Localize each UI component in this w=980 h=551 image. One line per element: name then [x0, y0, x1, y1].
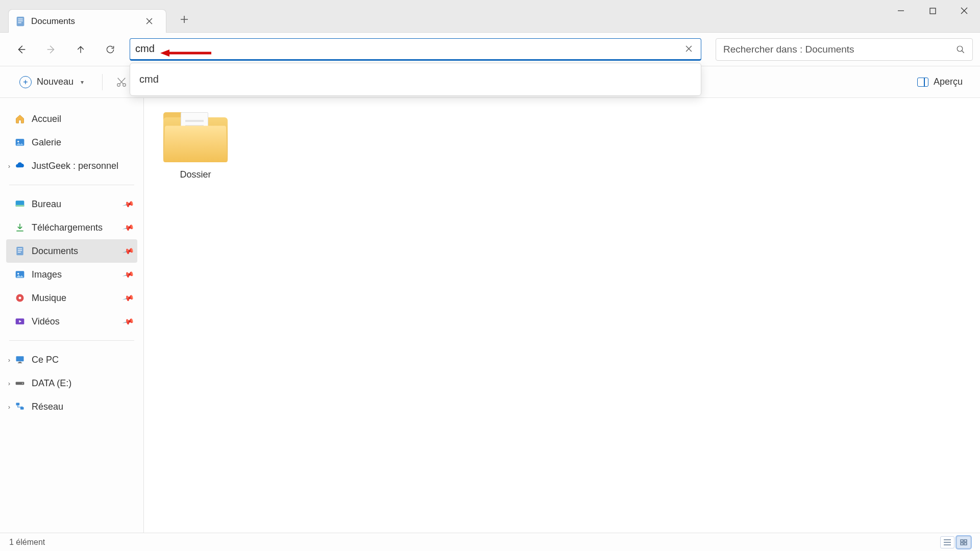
svg-rect-2 [18, 20, 22, 21]
address-suggestions: cmd [130, 63, 701, 96]
large-icons-view-button[interactable] [957, 536, 971, 548]
search-placeholder: Rechercher dans : Documents [723, 44, 956, 55]
svg-point-21 [17, 273, 19, 274]
plus-circle-icon: + [19, 76, 32, 88]
back-button[interactable] [12, 40, 31, 59]
sidebar-item-label: Bureau [32, 199, 61, 210]
sidebar-item-label: Documents [32, 246, 78, 257]
details-view-button[interactable] [940, 536, 954, 548]
pin-icon[interactable]: 📌 [122, 221, 135, 234]
toolbar-separator [102, 74, 103, 90]
chevron-right-icon[interactable]: › [4, 403, 14, 411]
svg-rect-1 [18, 18, 22, 19]
onedrive-icon [14, 160, 26, 171]
refresh-button[interactable] [101, 40, 119, 59]
svg-rect-30 [16, 403, 20, 406]
sidebar: Accueil Galerie › JustGeek : personnel [0, 98, 144, 533]
new-button[interactable]: + Nouveau ▾ [12, 72, 91, 92]
sidebar-item-label: Musique [32, 293, 66, 304]
sidebar-item-label: Téléchargements [32, 222, 103, 233]
status-bar: 1 élément [0, 533, 980, 551]
chevron-down-icon: ▾ [81, 79, 84, 86]
sidebar-item-telechargements[interactable]: Téléchargements 📌 [6, 216, 137, 239]
sidebar-item-musique[interactable]: Musique 📌 [6, 286, 137, 310]
body: Accueil Galerie › JustGeek : personnel [0, 98, 980, 533]
close-window-button[interactable] [948, 0, 980, 21]
new-button-label: Nouveau [37, 77, 74, 87]
window-controls [885, 0, 980, 21]
sidebar-item-accueil[interactable]: Accueil [6, 107, 137, 131]
pin-icon[interactable]: 📌 [122, 244, 135, 257]
sidebar-item-documents[interactable]: Documents 📌 [6, 239, 137, 263]
gallery-icon [14, 137, 26, 148]
sidebar-item-label: Galerie [32, 137, 61, 148]
close-tab-icon[interactable] [141, 14, 157, 29]
svg-rect-35 [964, 543, 967, 545]
new-tab-button[interactable] [174, 9, 195, 30]
pin-icon[interactable]: 📌 [122, 268, 135, 281]
folder-item[interactable]: Dossier [162, 112, 229, 180]
images-icon [14, 269, 26, 280]
sidebar-item-bureau[interactable]: Bureau 📌 [6, 192, 137, 216]
pin-icon[interactable]: 📌 [122, 291, 135, 304]
svg-rect-18 [18, 250, 22, 251]
svg-point-29 [22, 383, 23, 384]
sidebar-item-ce-pc[interactable]: › Ce PC [6, 348, 137, 371]
desktop-icon [14, 198, 26, 210]
suggestion-item[interactable]: cmd [130, 68, 701, 90]
documents-icon [14, 245, 26, 257]
svg-rect-32 [961, 540, 963, 542]
minimize-button[interactable] [885, 0, 917, 21]
svg-point-13 [17, 141, 19, 142]
svg-rect-15 [16, 205, 24, 207]
document-icon [15, 16, 26, 27]
svg-point-7 [957, 46, 963, 52]
sidebar-item-label: Ce PC [32, 355, 59, 365]
sidebar-item-data-e[interactable]: › DATA (E:) [6, 371, 137, 395]
preview-button-label: Aperçu [934, 77, 963, 87]
up-button[interactable] [71, 40, 90, 59]
preview-button[interactable]: Aperçu [912, 72, 968, 91]
tab-documents[interactable]: Documents [8, 9, 166, 33]
sidebar-item-images[interactable]: Images 📌 [6, 263, 137, 286]
home-icon [14, 113, 26, 124]
sidebar-item-label: DATA (E:) [32, 378, 71, 389]
pin-icon[interactable]: 📌 [122, 197, 135, 210]
preview-pane-icon [917, 78, 928, 87]
videos-icon [14, 316, 26, 327]
sidebar-separator [9, 340, 134, 341]
clear-address-icon[interactable] [681, 42, 696, 56]
sidebar-item-reseau[interactable]: › Réseau [6, 395, 137, 418]
svg-rect-3 [18, 22, 21, 22]
folder-icon [163, 112, 228, 162]
chevron-right-icon[interactable]: › [4, 356, 14, 364]
pin-icon[interactable]: 📌 [122, 315, 135, 328]
sidebar-item-justgeek[interactable]: › JustGeek : personnel [6, 154, 137, 178]
sidebar-item-galerie[interactable]: Galerie [6, 131, 137, 154]
file-explorer-window: Documents [0, 0, 980, 551]
sidebar-separator [9, 185, 134, 185]
this-pc-icon [14, 354, 26, 365]
search-icon[interactable] [956, 45, 965, 54]
maximize-button[interactable] [917, 0, 948, 21]
titlebar: Documents [0, 0, 980, 33]
svg-rect-4 [930, 8, 936, 14]
svg-rect-0 [17, 16, 24, 26]
address-bar[interactable] [130, 38, 701, 61]
sidebar-item-label: Images [32, 269, 62, 280]
svg-rect-34 [961, 543, 963, 545]
address-input[interactable] [135, 43, 681, 55]
cut-icon[interactable] [114, 74, 129, 90]
chevron-right-icon[interactable]: › [4, 162, 14, 170]
chevron-right-icon[interactable]: › [4, 380, 14, 387]
tab-title: Documents [31, 16, 136, 27]
content-area[interactable]: Dossier [144, 98, 980, 533]
search-box[interactable]: Rechercher dans : Documents [716, 38, 973, 61]
sidebar-item-label: Vidéos [32, 316, 60, 327]
downloads-icon [14, 222, 26, 233]
item-count: 1 élément [9, 538, 45, 547]
forward-button[interactable] [42, 40, 60, 59]
svg-rect-26 [19, 362, 21, 363]
sidebar-item-label: Réseau [32, 402, 63, 412]
sidebar-item-videos[interactable]: Vidéos 📌 [6, 310, 137, 333]
